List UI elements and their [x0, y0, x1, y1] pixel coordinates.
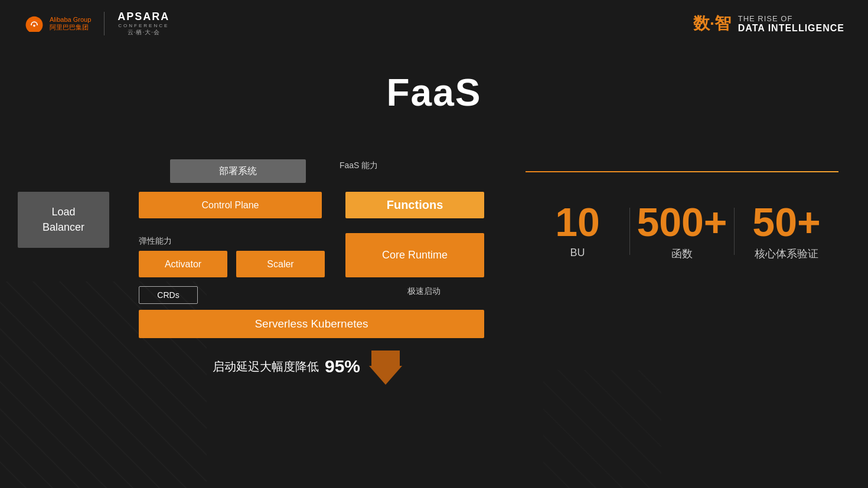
faas-ability-label: FaaS 能力 — [340, 161, 378, 171]
alibaba-group-text: Alibaba Group — [50, 16, 91, 24]
control-plane-box: Control Plane — [139, 192, 322, 218]
load-balancer-line2: Balancer — [43, 220, 84, 235]
apsara-sub: CONFERENCE — [118, 23, 169, 28]
reduction-label: 启动延迟大幅度降低 — [213, 359, 319, 375]
stat-item-core: 50+ 核心体系验证 — [735, 202, 838, 261]
scaler-label: Scaler — [267, 259, 293, 270]
alibaba-icon — [24, 15, 45, 32]
apsara-name: APSARA — [118, 11, 169, 23]
rise-line1: THE RISE OF — [738, 14, 844, 23]
reduction-value: 95% — [325, 356, 360, 376]
arrow-body — [371, 351, 400, 368]
main-title: FaaS — [0, 71, 868, 114]
fast-start-label: 极速启动 — [407, 286, 440, 297]
serverless-k8s-box: Serverless Kubernetes — [139, 310, 484, 338]
activator-box: Activator — [139, 251, 227, 277]
arrow-down-container — [369, 348, 402, 385]
stat-number-bu: 10 — [526, 202, 629, 242]
serverless-k8s-label: Serverless Kubernetes — [254, 317, 368, 330]
core-runtime-box: Core Runtime — [345, 233, 484, 277]
header: Alibaba Group 阿里巴巴集团 APSARA CONFERENCE 云… — [0, 0, 868, 47]
stat-label-core: 核心体系验证 — [735, 247, 838, 261]
load-balancer-box: Load Balancer — [18, 192, 109, 248]
stat-number-functions: 500+ — [630, 202, 734, 242]
stat-label-functions: 函数 — [630, 247, 734, 261]
rise-text: THE RISE OF DATA INTELLIGENCE — [738, 14, 844, 34]
shu-zhi-icon: 数·智 — [693, 12, 731, 35]
functions-label: Functions — [387, 198, 443, 212]
right-brand: 数·智 THE RISE OF DATA INTELLIGENCE — [693, 12, 844, 35]
main-title-area: FaaS — [0, 71, 868, 114]
deploy-system-box: 部署系统 — [170, 159, 306, 183]
apsara-chinese: 云·栖·大·会 — [128, 28, 160, 37]
crds-label: CRDs — [157, 290, 179, 300]
stat-item-functions: 500+ 函数 — [630, 202, 734, 261]
reduction-area: 启动延迟大幅度降低 95% — [213, 348, 402, 385]
core-runtime-label: Core Runtime — [382, 249, 448, 261]
arrow-head — [369, 366, 402, 385]
svg-point-0 — [33, 25, 35, 27]
activator-label: Activator — [165, 259, 201, 270]
stat-label-bu: BU — [526, 247, 629, 259]
stat-item-bu: 10 BU — [526, 202, 629, 259]
deploy-system-label: 部署系统 — [219, 165, 257, 178]
alibaba-chinese-text: 阿里巴巴集团 — [50, 24, 91, 31]
rise-line2: DATA INTELLIGENCE — [738, 23, 844, 34]
functions-box: Functions — [345, 192, 484, 218]
alibaba-logo: Alibaba Group 阿里巴巴集团 — [24, 15, 91, 32]
control-plane-label: Control Plane — [202, 200, 259, 211]
apsara-logo: APSARA CONFERENCE 云·栖·大·会 — [118, 11, 169, 37]
stats-section: 10 BU 500+ 函数 50+ 核心体系验证 — [526, 171, 838, 261]
stats-grid: 10 BU 500+ 函数 50+ 核心体系验证 — [526, 190, 838, 261]
load-balancer-line1: Load — [43, 205, 84, 220]
stats-top-line — [526, 171, 838, 172]
logo-area: Alibaba Group 阿里巴巴集团 APSARA CONFERENCE 云… — [24, 11, 169, 37]
elastic-ability-label: 弹性能力 — [139, 236, 172, 247]
scaler-box: Scaler — [236, 251, 325, 277]
logo-divider — [104, 12, 105, 35]
crds-box: CRDs — [139, 286, 198, 304]
stat-number-core: 50+ — [735, 202, 838, 242]
